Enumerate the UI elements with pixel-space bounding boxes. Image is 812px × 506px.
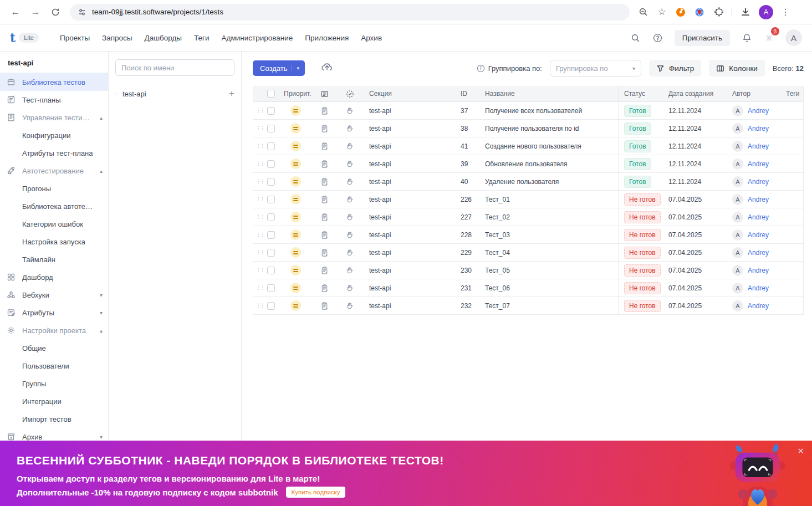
row-name[interactable]: Удаление пользователя <box>478 178 618 186</box>
drag-handle-icon[interactable]: ⋮⋮ <box>253 232 263 237</box>
col-author[interactable]: Автор <box>726 90 779 98</box>
row-name[interactable]: Получение пользователя по id <box>478 125 618 132</box>
sidebar-item-библиотека-автотестов[interactable]: Библиотека автотестов <box>0 197 108 215</box>
author-link[interactable]: Andrey <box>748 284 769 292</box>
sidebar-item-тест-планы[interactable]: Тест-планы <box>0 91 108 109</box>
col-worktype-icon[interactable] <box>311 90 337 98</box>
nav-item-3[interactable]: Теги <box>194 34 209 42</box>
add-section-icon[interactable]: + <box>229 88 234 99</box>
row-name[interactable]: Тест_01 <box>478 196 618 203</box>
sidebar-item-общие[interactable]: Общие <box>0 339 108 357</box>
sidebar-item-дашборд[interactable]: Дашборд <box>0 268 108 286</box>
row-checkbox[interactable] <box>267 107 275 115</box>
row-name[interactable]: Создание нового пользователя <box>478 142 618 150</box>
table-row[interactable]: ⋮⋮test-api40Удаление пользователяГотов12… <box>253 173 803 191</box>
sidebar-item-атрибуты-тест-плана[interactable]: Атрибуты тест-плана <box>0 144 108 162</box>
row-name[interactable]: Получение всех пользователей <box>478 107 618 115</box>
author-link[interactable]: Andrey <box>748 142 769 150</box>
table-row[interactable]: ⋮⋮test-api231Тест_06Не готов07.04.2025AA… <box>253 279 803 297</box>
table-row[interactable]: ⋮⋮test-api226Тест_01Не готов07.04.2025AA… <box>253 191 803 208</box>
sidebar-item-импорт-тестов[interactable]: Импорт тестов <box>0 410 108 428</box>
table-row[interactable]: ⋮⋮test-api38Получение пользователя по id… <box>253 120 803 137</box>
author-link[interactable]: Andrey <box>748 231 769 239</box>
drag-handle-icon[interactable]: ⋮⋮ <box>253 214 263 219</box>
sidebar-item-управление-тестирова-[interactable]: Управление тестирова...▴ <box>0 109 108 126</box>
author-link[interactable]: Andrey <box>748 178 769 186</box>
row-checkbox[interactable] <box>267 178 275 186</box>
extension-shield-icon[interactable] <box>694 7 705 18</box>
sidebar-item-конфигурации[interactable]: Конфигурации <box>0 126 108 144</box>
row-name[interactable]: Обновление пользователя <box>478 160 618 168</box>
row-checkbox[interactable] <box>267 213 275 221</box>
sidebar-item-автотестирование[interactable]: Автотестирование▴ <box>0 162 108 180</box>
col-status[interactable]: Статус <box>618 86 663 101</box>
row-checkbox[interactable] <box>267 231 275 239</box>
row-name[interactable]: Тест_02 <box>478 213 618 221</box>
table-row[interactable]: ⋮⋮test-api37Получение всех пользователей… <box>253 102 803 120</box>
sidebar-item-интеграции[interactable]: Интеграции <box>0 392 108 410</box>
row-checkbox[interactable] <box>267 267 275 274</box>
whats-new-icon[interactable]: β <box>763 32 774 43</box>
browser-menu-icon[interactable]: ⋮ <box>781 7 790 17</box>
bookmark-star-icon[interactable]: ☆ <box>656 7 667 18</box>
col-created[interactable]: Дата создания <box>663 90 726 98</box>
drag-handle-icon[interactable]: ⋮⋮ <box>253 161 263 166</box>
filter-button[interactable]: Фильтр <box>649 60 701 76</box>
banner-close-icon[interactable]: ✕ <box>797 446 804 456</box>
browser-profile-avatar[interactable]: A <box>759 5 773 19</box>
drag-handle-icon[interactable]: ⋮⋮ <box>253 179 263 184</box>
author-link[interactable]: Andrey <box>748 213 769 221</box>
author-link[interactable]: Andrey <box>748 302 769 310</box>
sidebar-item-настройка-запуска[interactable]: Настройка запуска <box>0 233 108 251</box>
sidebar-item-группы[interactable]: Группы <box>0 375 108 392</box>
sidebar-item-атрибуты[interactable]: Атрибуты▾ <box>0 304 108 321</box>
table-row[interactable]: ⋮⋮test-api39Обновление пользователяГотов… <box>253 155 803 173</box>
col-automation-icon[interactable] <box>337 90 362 98</box>
row-name[interactable]: Тест_05 <box>478 267 618 274</box>
nav-item-6[interactable]: Архив <box>361 34 382 42</box>
col-name[interactable]: Название <box>478 90 618 98</box>
row-checkbox[interactable] <box>267 125 275 132</box>
import-upload-icon[interactable] <box>321 62 334 74</box>
search-icon[interactable] <box>630 32 641 43</box>
chevron-up-icon[interactable]: ▴ <box>100 168 103 174</box>
table-row[interactable]: ⋮⋮test-api228Тест_03Не готов07.04.2025AA… <box>253 226 803 244</box>
create-button[interactable]: Создать ▾ <box>253 60 305 76</box>
drag-handle-icon[interactable]: ⋮⋮ <box>253 126 263 131</box>
extension-orange-icon[interactable] <box>675 7 686 18</box>
row-checkbox[interactable] <box>267 249 275 257</box>
browser-forward-icon[interactable]: → <box>28 4 43 20</box>
row-name[interactable]: Тест_03 <box>478 231 618 239</box>
row-name[interactable]: Тест_06 <box>478 284 618 292</box>
chevron-down-icon[interactable]: ▾ <box>100 310 103 316</box>
author-link[interactable]: Andrey <box>748 249 769 257</box>
zoom-out-icon[interactable] <box>637 7 648 18</box>
table-row[interactable]: ⋮⋮test-api41Создание нового пользователя… <box>253 137 803 155</box>
author-link[interactable]: Andrey <box>748 125 769 132</box>
buy-subscription-button[interactable]: Купить подписку <box>286 487 346 498</box>
author-link[interactable]: Andrey <box>748 160 769 168</box>
col-section[interactable]: Секция <box>362 90 454 98</box>
drag-handle-icon[interactable]: ⋮⋮ <box>253 303 263 308</box>
drag-handle-icon[interactable]: ⋮⋮ <box>253 268 263 273</box>
row-checkbox[interactable] <box>267 196 275 203</box>
groupby-select[interactable]: Группировка по ▾ <box>550 60 641 76</box>
notifications-bell-icon[interactable] <box>741 32 752 43</box>
author-link[interactable]: Andrey <box>748 267 769 274</box>
chevron-down-icon[interactable]: ▾ <box>100 434 103 440</box>
drag-handle-icon[interactable]: ⋮⋮ <box>253 197 263 202</box>
chevron-up-icon[interactable]: ▴ <box>100 115 103 121</box>
columns-button[interactable]: Колонки <box>709 60 765 76</box>
tree-node-root[interactable]: · test-api + <box>115 88 234 99</box>
table-row[interactable]: ⋮⋮test-api229Тест_04Не готов07.04.2025AA… <box>253 244 803 262</box>
row-checkbox[interactable] <box>267 160 275 168</box>
nav-item-1[interactable]: Запросы <box>102 34 132 42</box>
row-checkbox[interactable] <box>267 302 275 310</box>
browser-reload-icon[interactable] <box>48 4 63 20</box>
drag-handle-icon[interactable]: ⋮⋮ <box>253 108 263 113</box>
invite-button[interactable]: Пригласить <box>675 30 730 46</box>
sidebar-item-таймлайн[interactable]: Таймлайн <box>0 251 108 268</box>
help-icon[interactable] <box>652 32 663 43</box>
chevron-up-icon[interactable]: ▴ <box>100 328 103 334</box>
author-link[interactable]: Andrey <box>748 107 769 115</box>
